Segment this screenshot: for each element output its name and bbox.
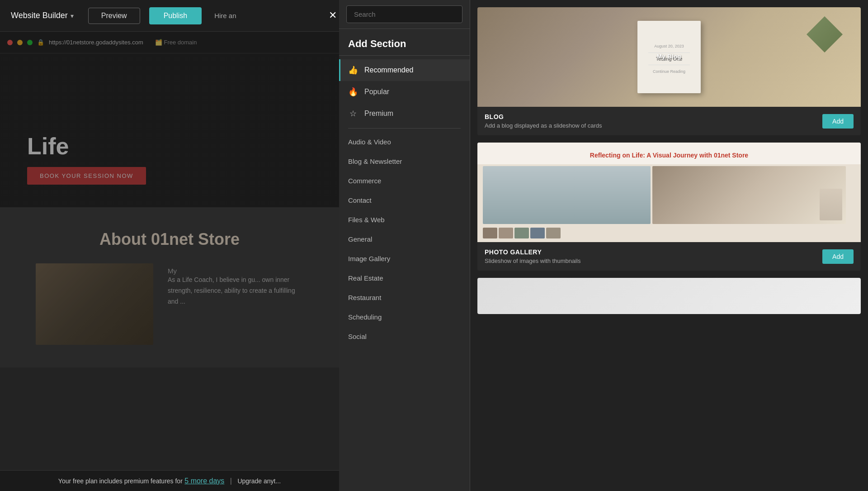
blog-continue: Continue Reading xyxy=(653,69,685,74)
commerce-label: Commerce xyxy=(348,177,381,185)
scheduling-label: Scheduling xyxy=(348,313,382,321)
gallery-card-preview: Reflecting on Life: A Visual Journey wit… xyxy=(477,143,861,242)
brand-label: Website Builder xyxy=(11,11,68,20)
blog-card-desc: Add a blog displayed as a slideshow of c… xyxy=(485,122,822,129)
blog-card-info: BLOG Add a blog displayed as a slideshow… xyxy=(485,113,822,129)
nav-item-commerce[interactable]: Commerce xyxy=(339,171,470,191)
gallery-title-area: Reflecting on Life: A Visual Journey wit… xyxy=(477,143,861,164)
gallery-title-text: Reflecting on Life: A Visual Journey wit… xyxy=(486,152,852,159)
blog-card: My Blog August 20, 2023 Testing One Cont… xyxy=(477,7,861,135)
nav-item-premium[interactable]: ☆ Premium xyxy=(339,103,470,124)
gallery-card: Reflecting on Life: A Visual Journey wit… xyxy=(477,143,861,271)
blog-newsletter-label: Blog & Newsletter xyxy=(348,157,402,165)
panel-header: Add Section xyxy=(339,29,470,56)
publish-button[interactable]: Publish xyxy=(149,7,202,24)
gallery-img-right xyxy=(652,166,846,224)
upgrade-text: Upgrade anyt... xyxy=(237,477,281,485)
nav-item-restaurant[interactable]: Restaurant xyxy=(339,288,470,307)
gallery-card-footer: PHOTO GALLERY Slideshow of images with t… xyxy=(477,242,861,271)
content-area: My Blog August 20, 2023 Testing One Cont… xyxy=(470,0,868,491)
side-panel: Add Section 👍 Recommended 🔥 Popular ☆ Pr… xyxy=(339,0,470,491)
files-web-label: Files & Web xyxy=(348,216,385,224)
blog-card-preview: My Blog August 20, 2023 Testing One Cont… xyxy=(477,7,861,107)
gallery-thumb-2 xyxy=(499,228,513,238)
gallery-thumb-5 xyxy=(546,228,561,238)
image-gallery-label: Image Gallery xyxy=(348,255,390,262)
real-estate-label: Real Estate xyxy=(348,274,383,282)
nav-item-social[interactable]: Social xyxy=(339,327,470,346)
gallery-img-left xyxy=(483,166,651,224)
panel-title: Add Section xyxy=(348,38,461,50)
blog-preview-bg: My Blog August 20, 2023 Testing One Cont… xyxy=(477,7,861,107)
nav-item-audio-video[interactable]: Audio & Video xyxy=(339,132,470,152)
recommended-label: Recommended xyxy=(364,66,414,74)
brand-name: Website Builder ▾ xyxy=(11,11,74,20)
star-icon: ☆ xyxy=(348,109,358,119)
general-label: General xyxy=(348,235,372,243)
search-area xyxy=(339,0,470,29)
nav-item-files-web[interactable]: Files & Web xyxy=(339,210,470,229)
gallery-preview-bg: Reflecting on Life: A Visual Journey wit… xyxy=(477,143,861,242)
blog-card-footer: BLOG Add a blog displayed as a slideshow… xyxy=(477,107,861,135)
search-input[interactable] xyxy=(346,5,462,23)
bottom-bar: Your free plan includes premium features… xyxy=(0,470,339,491)
gallery-images-main xyxy=(477,164,861,226)
nav-item-contact[interactable]: Contact xyxy=(339,191,470,210)
gallery-thumb-1 xyxy=(483,228,497,238)
social-label: Social xyxy=(348,333,367,340)
nav-item-real-estate[interactable]: Real Estate xyxy=(339,268,470,288)
premium-label: Premium xyxy=(364,110,393,118)
close-button[interactable]: ✕ xyxy=(325,7,341,24)
upgrade-link[interactable]: 5 more days xyxy=(184,477,224,485)
third-card xyxy=(477,278,861,314)
preview-button[interactable]: Preview xyxy=(88,8,140,24)
gallery-thumb-4 xyxy=(530,228,545,238)
brand-chevron-icon: ▾ xyxy=(71,12,74,19)
overlay-dim xyxy=(0,32,339,491)
thumbs-up-icon: 👍 xyxy=(348,65,358,75)
nav-item-scheduling[interactable]: Scheduling xyxy=(339,307,470,327)
nav-item-blog-newsletter[interactable]: Blog & Newsletter xyxy=(339,152,470,171)
gallery-card-desc: Slideshow of images with thumbnails xyxy=(485,257,822,264)
gallery-card-name: PHOTO GALLERY xyxy=(485,248,822,256)
blog-title-overlay: My Blog xyxy=(657,53,681,60)
blog-card-line-2 xyxy=(648,65,690,65)
gallery-add-button[interactable]: Add xyxy=(822,249,854,264)
blog-card-name: BLOG xyxy=(485,113,822,120)
gallery-card-info: PHOTO GALLERY Slideshow of images with t… xyxy=(485,248,822,264)
audio-video-label: Audio & Video xyxy=(348,138,391,146)
nav-item-recommended[interactable]: 👍 Recommended xyxy=(339,59,470,81)
bottom-text: Your free plan includes premium features… xyxy=(58,477,183,485)
nav-item-popular[interactable]: 🔥 Popular xyxy=(339,81,470,103)
blog-add-button[interactable]: Add xyxy=(822,114,854,129)
bottom-separator: | xyxy=(230,477,232,485)
popular-label: Popular xyxy=(364,88,389,96)
leaf-decoration xyxy=(807,16,843,52)
blog-card-date: August 20, 2023 xyxy=(654,44,684,48)
nav-item-image-gallery[interactable]: Image Gallery xyxy=(339,249,470,268)
nav-divider xyxy=(348,128,461,129)
restaurant-label: Restaurant xyxy=(348,294,381,301)
third-card-preview xyxy=(477,278,861,314)
gallery-thumb-3 xyxy=(514,228,529,238)
contact-label: Contact xyxy=(348,196,372,204)
gallery-thumbs xyxy=(477,226,861,242)
gallery-figure xyxy=(820,189,842,220)
nav-item-general[interactable]: General xyxy=(339,229,470,249)
fire-icon: 🔥 xyxy=(348,87,358,97)
hire-text: Hire an xyxy=(214,12,236,19)
nav-list: 👍 Recommended 🔥 Popular ☆ Premium Audio … xyxy=(339,56,470,491)
